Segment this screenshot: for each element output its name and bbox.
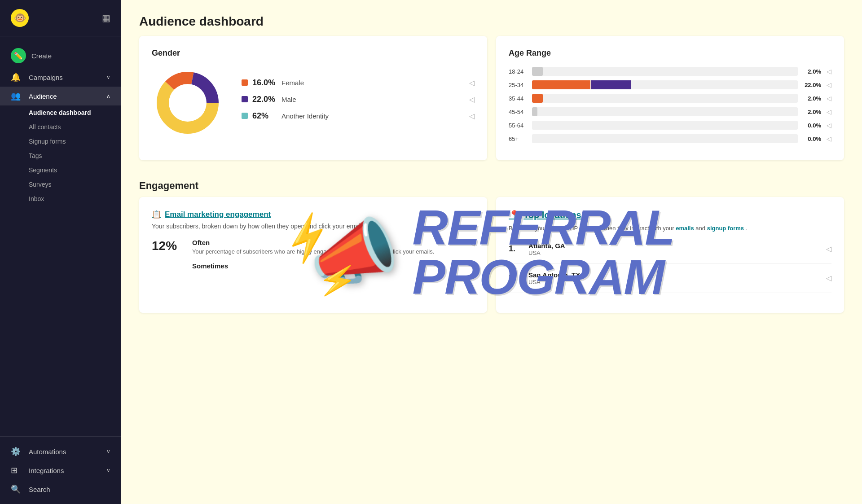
age-send-45-54[interactable]: ◁ (827, 108, 831, 115)
male-label: Male (281, 96, 465, 103)
gender-content: 16.0% Female ◁ 22.0% Male ◁ 62% (152, 67, 475, 139)
location-send-2[interactable]: ◁ (826, 274, 831, 282)
engagement-row: 📋 Email marketing engagement Your subscr… (139, 197, 844, 313)
female-color-swatch (242, 79, 248, 86)
chevron-down-icon-2: ∨ (106, 448, 110, 455)
sidebar-item-campaigns[interactable]: 🔔 Campaigns ∨ (0, 68, 121, 87)
location-city-1: Atlanta, GA (528, 242, 819, 250)
email-icon: 📋 (152, 210, 161, 219)
integrations-icon: ⊞ (11, 465, 23, 475)
age-pct-65plus: 0.0% (803, 136, 821, 142)
legend-other: 62% Another Identity ◁ (242, 111, 475, 121)
sidebar: 🐵 ▦ ✏️ Create 🔔 Campaigns ∨ 👥 Audience ∧… (0, 0, 121, 504)
age-row-18-24: 18-24 2.0% ◁ (509, 67, 831, 76)
sidebar-item-automations[interactable]: ⚙️ Automations ∨ (0, 442, 121, 461)
location-item-1: 1. Atlanta, GA USA ◁ (509, 242, 831, 264)
menu-toggle-icon[interactable]: ▦ (102, 13, 110, 23)
other-pct: 62% (252, 111, 277, 121)
age-bar-container-18-24 (532, 67, 798, 76)
age-row-25-34: 25-34 22.0% ◁ (509, 80, 831, 89)
age-send-65plus[interactable]: ◁ (827, 135, 831, 142)
sidebar-item-create-label: Create (31, 52, 52, 60)
sidebar-search[interactable]: 🔍 Search (0, 480, 121, 499)
other-send-icon[interactable]: ◁ (469, 112, 475, 120)
engagement-stat-sometimes: Sometimes (152, 262, 475, 272)
age-range-card: Age Range 18-24 2.0% ◁ 25-34 (496, 36, 844, 160)
legend-male: 22.0% Male ◁ (242, 95, 475, 104)
sidebar-item-tags[interactable]: Tags (29, 149, 121, 163)
search-label: Search (29, 486, 50, 493)
engagement-stat-often: 12% Often Your percentage of subscribers… (152, 239, 475, 255)
sidebar-item-integrations[interactable]: ⊞ Integrations ∨ (0, 461, 121, 480)
emails-link[interactable]: emails (676, 225, 694, 232)
age-send-35-44[interactable]: ◁ (827, 95, 831, 102)
dashboard-header: Audience dashboard (121, 0, 862, 36)
legend-female: 16.0% Female ◁ (242, 78, 475, 88)
age-bar-25-34-purple (591, 80, 631, 89)
age-pct-55-64: 0.0% (803, 122, 821, 129)
top-locations-card: 📍 Top locations Based on your contact's … (496, 197, 844, 313)
create-icon: ✏️ (11, 48, 26, 63)
location-item-2: 2. San Antonio, TX USA ◁ (509, 271, 831, 293)
top-row: Gender (139, 36, 844, 160)
age-rows: 18-24 2.0% ◁ 25-34 22 (509, 67, 831, 143)
sidebar-item-signup-forms[interactable]: Signup forms (29, 134, 121, 149)
sometimes-info: Sometimes (192, 262, 475, 272)
location-info-1: Atlanta, GA USA (528, 242, 819, 256)
campaigns-icon: 🔔 (11, 72, 23, 82)
sidebar-item-integrations-label: Integrations (29, 467, 64, 474)
page-title: Audience dashboard (139, 14, 844, 29)
location-country-1: USA (528, 250, 819, 256)
email-engagement-card: 📋 Email marketing engagement Your subscr… (139, 197, 487, 313)
age-label-25-34: 25-34 (509, 82, 527, 88)
donut-svg (152, 67, 224, 139)
location-rank-1: 1. (509, 244, 521, 254)
male-send-icon[interactable]: ◁ (469, 95, 475, 104)
age-pct-45-54: 2.0% (803, 109, 821, 115)
often-info: Often Your percentage of subscribers who… (192, 239, 460, 255)
search-icon: 🔍 (11, 484, 23, 494)
male-color-swatch (242, 96, 248, 102)
chevron-down-icon: ∨ (106, 74, 110, 80)
age-label-55-64: 55-64 (509, 122, 527, 129)
age-row-45-54: 45-54 2.0% ◁ (509, 107, 831, 116)
chevron-down-icon-3: ∨ (106, 467, 110, 473)
age-bar-container-65plus (532, 134, 798, 143)
sidebar-bottom: ⚙️ Automations ∨ ⊞ Integrations ∨ 🔍 Sear… (0, 436, 121, 504)
audience-sub-nav: Audience dashboard All contacts Signup f… (0, 105, 121, 206)
other-color-swatch (242, 113, 248, 119)
age-send-25-34[interactable]: ◁ (827, 81, 831, 88)
age-label-18-24: 18-24 (509, 68, 527, 75)
main-content: Audience dashboard Gender (121, 0, 862, 504)
sidebar-item-surveys[interactable]: Surveys (29, 177, 121, 192)
sidebar-item-audience[interactable]: 👥 Audience ∧ (0, 87, 121, 105)
sidebar-item-create[interactable]: ✏️ Create (0, 44, 121, 68)
often-send-icon[interactable]: ◁ (469, 239, 475, 247)
sidebar-item-inbox[interactable]: Inbox (29, 192, 121, 206)
mailchimp-logo[interactable]: 🐵 (11, 9, 29, 27)
sidebar-nav: ✏️ Create 🔔 Campaigns ∨ 👥 Audience ∧ Aud… (0, 36, 121, 436)
sidebar-item-audience-dashboard[interactable]: Audience dashboard (29, 105, 121, 120)
location-send-1[interactable]: ◁ (826, 245, 831, 253)
age-send-55-64[interactable]: ◁ (827, 122, 831, 129)
often-label: Often (192, 239, 460, 246)
location-info-2: San Antonio, TX USA (528, 271, 819, 285)
female-label: Female (281, 79, 465, 87)
location-country-2: USA (528, 279, 819, 285)
age-pct-25-34: 22.0% (803, 82, 821, 88)
signup-forms-link[interactable]: signup forms (707, 225, 744, 232)
sidebar-item-all-contacts[interactable]: All contacts (29, 120, 121, 134)
female-send-icon[interactable]: ◁ (469, 79, 475, 87)
chevron-up-icon: ∧ (106, 93, 110, 99)
content-grid: Gender (121, 36, 862, 340)
age-send-18-24[interactable]: ◁ (827, 68, 831, 75)
age-pct-18-24: 2.0% (803, 68, 821, 75)
sidebar-item-segments[interactable]: Segments (29, 163, 121, 177)
gender-title: Gender (152, 48, 475, 58)
age-row-65plus: 65+ 0.0% ◁ (509, 134, 831, 143)
age-label-65plus: 65+ (509, 136, 527, 142)
age-bar-container-45-54 (532, 107, 798, 116)
email-engagement-title: 📋 Email marketing engagement (152, 210, 475, 219)
gender-legend: 16.0% Female ◁ 22.0% Male ◁ 62% (242, 78, 475, 128)
age-bar-container-35-44 (532, 94, 798, 103)
